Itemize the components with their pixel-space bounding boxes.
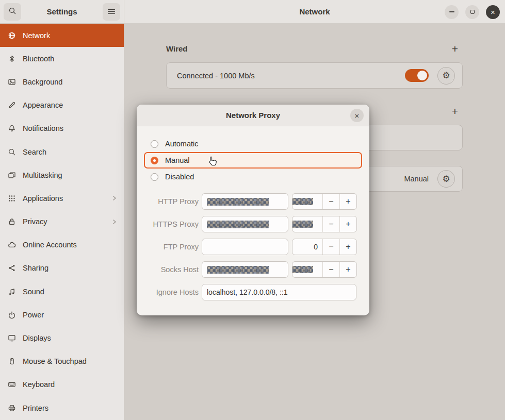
sidebar-item-label: Notifications [23,124,63,132]
http-proxy-port-spinner: −+ [292,193,357,210]
sidebar-item-label: Background [23,78,62,86]
sidebar-item-label: Sound [23,288,44,296]
sidebar-nav: NetworkBluetoothBackgroundAppearanceNoti… [0,24,124,419]
maximize-icon [470,10,475,14]
sidebar-item-background[interactable]: Background [0,70,124,93]
sidebar-item-mouse-touchpad[interactable]: Mouse & Touchpad [0,350,124,373]
radio-selected-icon[interactable] [151,157,158,164]
port-value-area[interactable] [292,262,322,277]
add-vpn-button[interactable]: + [447,103,463,119]
sidebar-item-notifications[interactable]: Notifications [0,117,124,140]
wired-section-header: Wired + [166,41,463,56]
close-button[interactable]: × [486,5,500,19]
chevron-right-icon [111,219,118,225]
socks-host-label: Socks Host [145,265,199,274]
https-proxy-input[interactable] [202,216,288,232]
sidebar-item-sharing[interactable]: Sharing [0,257,124,280]
multitasking-icon [8,171,16,179]
sidebar-item-appearance[interactable]: Appearance [0,94,124,117]
socks-host-row: Socks Host−+ [145,261,357,278]
sidebar-item-bluetooth[interactable]: Bluetooth [0,47,124,70]
sidebar-item-privacy[interactable]: Privacy [0,210,124,233]
port-decrease-button[interactable]: − [322,194,339,209]
ftp-proxy-label: FTP Proxy [145,243,199,251]
sidebar-item-network[interactable]: Network [0,24,124,47]
dialog-headerbar: Network Proxy × [137,105,369,126]
minimize-icon [449,11,454,12]
bluetooth-icon [8,55,16,63]
option-label: Automatic [165,140,198,148]
redacted-port-value [292,198,313,205]
https-proxy-label: HTTPS Proxy [145,220,199,228]
keyboard-icon [8,380,16,389]
sidebar-item-online-accounts[interactable]: Online Accounts [0,233,124,257]
port-increase-button[interactable]: + [339,262,356,277]
wired-toggle[interactable] [405,69,429,82]
sidebar-item-applications[interactable]: Applications [0,187,124,210]
sidebar-item-displays[interactable]: Displays [0,326,124,349]
redacted-value [207,198,269,206]
privacy-icon [8,217,16,226]
port-decrease-button[interactable]: − [322,216,339,232]
sidebar-item-printers[interactable]: Printers [0,396,124,419]
port-value: 0 [314,243,318,251]
dialog-title: Network Proxy [226,111,280,120]
radio-icon[interactable] [151,140,158,148]
port-value-area[interactable]: 0 [292,239,322,255]
redacted-value [207,221,269,228]
online-accounts-icon [8,241,16,249]
menu-button[interactable] [103,3,120,21]
wired-settings-button[interactable]: ⚙ [437,67,455,85]
port-decrease-button[interactable]: − [322,239,339,255]
radio-icon[interactable] [151,173,158,181]
applications-icon [8,194,16,203]
mouse-icon [8,357,16,365]
sidebar-item-label: Search [23,148,46,156]
add-wired-button[interactable]: + [447,41,463,56]
https-proxy-row: HTTPS Proxy−+ [145,216,357,232]
sidebar-item-search[interactable]: Search [0,140,124,163]
sidebar-item-label: Appearance [23,101,63,109]
maximize-button[interactable] [465,5,479,19]
sidebar-item-label: Keyboard [23,380,55,389]
ignore-hosts-input[interactable]: localhost, 127.0.0.0/8, ::1 [202,284,356,300]
port-increase-button[interactable]: + [339,194,356,209]
close-icon: × [491,8,495,16]
sidebar: Settings NetworkBluetoothBackgroundAppea… [0,0,124,420]
input-value: localhost, 127.0.0.0/8, ::1 [207,288,287,296]
proxy-fields: HTTP Proxy−+HTTPS Proxy−+FTP Proxy0−+Soc… [145,193,357,307]
port-value-area[interactable] [292,216,322,232]
main-headerbar: Network × [124,0,505,24]
sidebar-item-label: Mouse & Touchpad [23,357,87,365]
socks-host-input[interactable] [202,261,288,278]
http-proxy-label: HTTP Proxy [145,197,199,206]
proxy-method-options: AutomaticManualDisabled [144,136,362,185]
proxy-settings-button[interactable]: ⚙ [437,170,455,188]
port-increase-button[interactable]: + [339,239,356,255]
sidebar-item-label: Printers [23,404,48,412]
power-icon [8,311,16,319]
proxy-method-automatic[interactable]: Automatic [144,136,362,152]
port-increase-button[interactable]: + [339,216,356,232]
option-label: Disabled [165,173,194,181]
sidebar-item-keyboard[interactable]: Keyboard [0,373,124,396]
proxy-method-disabled[interactable]: Disabled [144,169,362,185]
sidebar-item-sound[interactable]: Sound [0,280,124,303]
sharing-icon [8,264,16,272]
port-value-area[interactable] [292,194,322,209]
sidebar-item-power[interactable]: Power [0,303,124,326]
printers-icon [8,404,16,412]
ftp-proxy-input[interactable] [202,239,288,255]
port-decrease-button[interactable]: − [322,262,339,277]
dialog-close-button[interactable]: × [350,109,364,122]
toggle-knob [417,71,427,80]
notifications-icon [8,124,16,132]
wired-connection-row[interactable]: Connected - 1000 Mb/s ⚙ [166,62,463,89]
proxy-method-manual[interactable]: Manual [144,152,362,169]
window-controls: × [438,0,500,24]
http-proxy-input[interactable] [202,193,288,210]
gear-icon: ⚙ [442,174,450,184]
minimize-button[interactable] [445,5,459,19]
sidebar-item-multitasking[interactable]: Multitasking [0,163,124,187]
search-button[interactable] [4,3,21,21]
